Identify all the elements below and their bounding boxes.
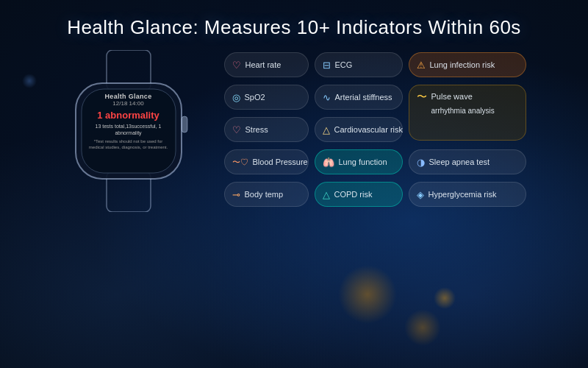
pill-label: Lung infection risk — [430, 60, 495, 69]
temp-icon: ⊸ — [232, 190, 240, 199]
watch-sub: 13 tests total,13successful, 1 abnormali… — [87, 123, 171, 136]
pill-heart-rate: ♡ Heart rate — [224, 52, 309, 77]
page-content: Health Glance: Measures 10+ Indicators W… — [0, 0, 588, 368]
pill-label: Stress — [245, 125, 268, 134]
watch-abnormality: 1 abnormality — [97, 110, 159, 121]
pill-body-temp: ⊸ Body temp — [224, 182, 309, 207]
glycemia-icon: ◈ — [417, 190, 424, 199]
pill-label: SpO2 — [245, 93, 265, 102]
pulse-icon: 〜 — [417, 91, 427, 102]
copd-icon: △ — [323, 190, 330, 199]
pill-cardiovascular: △ Cardiovascular risk — [315, 117, 403, 142]
ecg-icon: ⊟ — [323, 60, 331, 70]
pulse-line2: arrhythmia analysis — [431, 107, 495, 115]
pill-lung-infection: ⚠ Lung infection risk — [409, 52, 526, 77]
lung-icon: 🫁 — [323, 158, 334, 167]
pill-label: Blood Pressure — [253, 158, 308, 166]
warning-icon: ⚠ — [417, 60, 426, 70]
watch-date: 12/18 14:00 — [112, 100, 143, 107]
indicators-grid: ♡ Heart rate ⊟ ECG ⚠ Lung infection risk… — [224, 52, 526, 210]
pill-ecg: ⊟ ECG — [315, 52, 403, 77]
heart-icon: ♡ — [232, 60, 241, 70]
page-title: Health Glance: Measures 10+ Indicators W… — [0, 0, 588, 39]
pill-label: Heart rate — [245, 60, 282, 69]
watch-note: *Test results should not be used for med… — [87, 139, 171, 151]
bp-icon: 〜♡ — [232, 158, 248, 166]
pill-label: Arterial stiffness — [335, 93, 392, 102]
pill-stress: ♡ Stress — [224, 117, 309, 142]
pill-label: COPD risk — [334, 190, 373, 199]
svg-rect-4 — [182, 116, 187, 132]
pill-copd: △ COPD risk — [315, 182, 403, 207]
watch-widget: Health Glance 12/18 14:00 1 abnormality … — [62, 50, 195, 212]
pill-label: Sleep apnea test — [429, 158, 490, 166]
pill-sleep-apnea: ◑ Sleep apnea test — [409, 149, 526, 174]
pill-label: Hyperglycemia risk — [429, 190, 497, 199]
sleep-icon: ◑ — [417, 158, 425, 167]
pill-label: Cardiovascular risk — [334, 125, 404, 134]
watch-label: Health Glance — [105, 93, 152, 100]
pill-label: ECG — [335, 60, 353, 69]
pill-spo2: ◎ SpO2 — [224, 85, 309, 110]
pill-pulse-wave: 〜 Pulse wave arrhythmia analysis — [409, 85, 526, 141]
watch-screen: Health Glance 12/18 14:00 1 abnormality … — [81, 87, 176, 196]
spo2-icon: ◎ — [232, 93, 240, 102]
pill-label: Lung function — [339, 158, 387, 166]
pill-blood-pressure: 〜♡ Blood Pressure — [224, 149, 309, 174]
main-area: Health Glance 12/18 14:00 1 abnormality … — [0, 39, 588, 212]
pill-hyperglycemia: ◈ Hyperglycemia risk — [409, 182, 526, 207]
cardio-icon: △ — [323, 125, 330, 135]
stress-icon: ♡ — [232, 125, 241, 135]
pill-lung-function: 🫁 Lung function — [315, 149, 403, 174]
pill-label: Body temp — [245, 190, 284, 199]
pulse-line1: Pulse wave — [431, 92, 473, 101]
arterial-icon: ∿ — [323, 93, 331, 102]
pill-arterial: ∿ Arterial stiffness — [315, 85, 403, 110]
